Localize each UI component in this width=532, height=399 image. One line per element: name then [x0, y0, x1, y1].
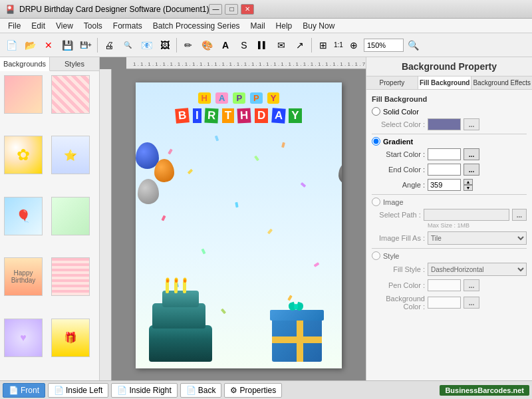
inside-left-label: Inside Left	[66, 386, 102, 395]
tb-grid[interactable]: ⊞	[315, 37, 332, 54]
fill-background-label: Fill Background	[372, 95, 527, 103]
bg-thumb-10[interactable]: 🎁	[51, 319, 90, 357]
tab-styles[interactable]: Styles	[50, 57, 99, 70]
tb-barcode[interactable]: ▌▌	[254, 37, 271, 54]
angle-input[interactable]	[428, 179, 461, 191]
bg-thumb-1[interactable]	[4, 75, 43, 114]
tb-mail-icon[interactable]: ✉	[273, 37, 290, 54]
style-label[interactable]: Style	[383, 252, 399, 260]
tb-saveas[interactable]: 💾+	[77, 37, 94, 54]
tb-new[interactable]: 📄	[3, 37, 20, 54]
tb-image[interactable]: 🖼	[156, 37, 174, 54]
menu-view[interactable]: View	[51, 20, 78, 32]
solid-color-swatch[interactable]	[428, 118, 461, 130]
bg-thumb-3[interactable]: ✿	[4, 136, 43, 174]
angle-down-btn[interactable]: ▼	[464, 185, 473, 191]
tb-preview[interactable]: 🔍	[119, 37, 136, 54]
menu-buynow[interactable]: Buy Now	[297, 20, 340, 32]
divider-3	[372, 248, 527, 249]
image-fill-as-row: Image Fill As : Tile Stretch Center	[372, 231, 527, 245]
end-color-label: End Color :	[372, 166, 425, 174]
tb-text[interactable]: A	[217, 37, 234, 54]
menu-file[interactable]: File	[3, 20, 26, 32]
start-color-picker-btn[interactable]: ...	[464, 148, 479, 160]
solid-color-picker-btn[interactable]: ...	[464, 118, 479, 130]
max-size-label: Max Size : 1MB	[428, 222, 527, 229]
image-label[interactable]: Image	[383, 198, 404, 206]
bg-color-picker-btn[interactable]: ...	[464, 297, 479, 309]
tb-cursor[interactable]: ↗	[291, 37, 309, 54]
menu-help[interactable]: Help	[271, 20, 298, 32]
tb-zoom-minus[interactable]: 🔍	[405, 37, 422, 54]
tab-inside-left[interactable]: 📄 Inside Left	[48, 383, 108, 398]
bg-thumb-9[interactable]: ♥	[4, 319, 43, 357]
start-color-swatch[interactable]	[428, 148, 461, 160]
tab-back[interactable]: 📄 Back	[180, 383, 222, 398]
zoom-input[interactable]	[364, 39, 404, 52]
tb-open[interactable]: 📂	[21, 37, 39, 54]
bg-thumb-6[interactable]	[51, 197, 90, 235]
bg-color-swatch[interactable]	[428, 297, 461, 309]
tb-email[interactable]: 📧	[138, 37, 155, 54]
bg-color-row: Background Color : ...	[372, 295, 527, 311]
maximize-button[interactable]: □	[225, 4, 238, 15]
tb-draw[interactable]: ✏	[180, 37, 197, 54]
menu-tools[interactable]: Tools	[78, 20, 108, 32]
solid-color-radio[interactable]	[372, 107, 380, 116]
bg-thumb-8[interactable]	[51, 257, 90, 296]
tab-inside-right[interactable]: 📄 Inside Right	[111, 383, 177, 398]
tab-properties[interactable]: ⚙ Properties	[224, 383, 282, 398]
tb-zoom-plus[interactable]: ⊕	[345, 37, 362, 54]
tab-backgrounds[interactable]: Backgrounds	[0, 57, 50, 71]
pen-color-picker-btn[interactable]: ...	[464, 279, 479, 291]
menu-mail[interactable]: Mail	[245, 20, 271, 32]
pen-color-label: Pen Color :	[372, 281, 425, 289]
front-tab-label: Front	[21, 386, 39, 395]
minimize-button[interactable]: —	[209, 4, 222, 15]
bg-thumb-7[interactable]: Happy Birthday	[4, 257, 43, 296]
toolbar-separator-1	[97, 38, 98, 53]
gradient-label[interactable]: Gradient	[383, 138, 413, 146]
solid-color-label[interactable]: Solid Color	[383, 108, 419, 116]
angle-spinners: ▲ ▼	[464, 179, 473, 191]
app-title: DRPU Birthday Card Designer Software (Do…	[19, 5, 209, 14]
canvas-area: 1 . 1 . 1 . 1 . 1 . 1 . 1 . 1 . 1 . 1 . …	[100, 57, 366, 380]
menu-batch[interactable]: Batch Processing Series	[148, 20, 245, 32]
front-tab-icon: 📄	[9, 386, 19, 395]
tab-fill-background[interactable]: Fill Background	[418, 76, 472, 89]
card-canvas[interactable]: H A P P Y B I R T H D A Y	[136, 82, 342, 368]
tab-background-effects[interactable]: Background Effects	[471, 76, 532, 89]
tb-print[interactable]: 🖨	[100, 37, 118, 54]
image-fill-select[interactable]: Tile Stretch Center	[428, 231, 527, 245]
fill-style-select[interactable]: DashedHorizontal DashedVertical Solid	[428, 263, 527, 276]
image-radio[interactable]	[372, 198, 380, 206]
bg-thumb-5[interactable]: 🎈	[4, 197, 43, 235]
tb-save[interactable]: 💾	[59, 37, 76, 54]
end-color-swatch[interactable]	[428, 164, 461, 176]
birthday-scene: H A P P Y B I R T H D A Y	[136, 82, 342, 368]
tb-shapes[interactable]: S	[235, 37, 253, 54]
style-radio[interactable]	[372, 251, 380, 260]
tab-front[interactable]: 📄 Front	[3, 383, 45, 398]
angle-label: Angle :	[372, 181, 425, 189]
tab-property[interactable]: Property	[366, 76, 418, 89]
tb-close[interactable]: ✕	[40, 37, 57, 54]
ruler-horizontal: 1 . 1 . 1 . 1 . 1 . 1 . 1 . 1 . 1 . 1 . …	[126, 57, 366, 69]
end-color-picker-btn[interactable]: ...	[464, 164, 479, 176]
right-panel-title: Background Property	[366, 57, 532, 76]
gradient-radio[interactable]	[372, 137, 380, 146]
path-input[interactable]	[424, 209, 509, 221]
right-panel-content: Fill Background Solid Color Select Color…	[366, 90, 532, 380]
panel-tabs: Backgrounds Styles	[0, 57, 99, 71]
fill-style-row: Fill Style : DashedHorizontal DashedVert…	[372, 263, 527, 276]
menu-edit[interactable]: Edit	[26, 20, 51, 32]
path-picker-btn[interactable]: ...	[512, 209, 527, 221]
bg-thumb-4[interactable]: ⭐	[51, 136, 90, 174]
tb-color[interactable]: 🎨	[198, 37, 215, 54]
angle-up-btn[interactable]: ▲	[464, 179, 473, 185]
pen-color-swatch[interactable]	[428, 279, 461, 291]
angle-row: Angle : ▲ ▼	[372, 179, 527, 191]
menu-formats[interactable]: Formats	[108, 20, 148, 32]
bg-thumb-2[interactable]	[51, 75, 90, 114]
close-button[interactable]: ✕	[241, 4, 254, 15]
